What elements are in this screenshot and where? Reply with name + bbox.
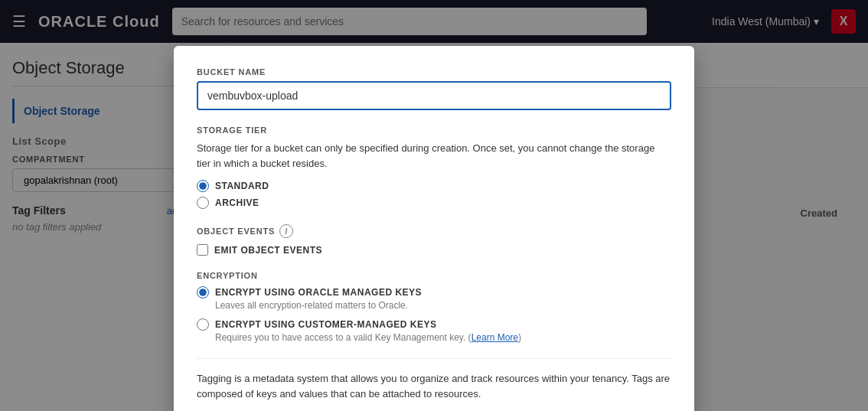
object-events-label: OBJECT EVENTS i [197, 224, 671, 238]
radio-standard-input[interactable] [197, 180, 209, 192]
radio-archive-input[interactable] [197, 197, 209, 209]
encryption-label: ENCRYPTION [197, 271, 671, 280]
emit-events-checkbox[interactable] [197, 244, 208, 256]
encrypt-oracle-option: ENCRYPT USING ORACLE MANAGED KEYS Leaves… [197, 286, 671, 311]
emit-events-checkbox-item[interactable]: EMIT OBJECT EVENTS [197, 244, 671, 256]
storage-tier-radios: STANDARD ARCHIVE [197, 180, 671, 209]
encrypt-oracle-desc: Leaves all encryption-related matters to… [215, 300, 671, 311]
emit-events-label: EMIT OBJECT EVENTS [214, 245, 322, 256]
encryption-options: ENCRYPT USING ORACLE MANAGED KEYS Leaves… [197, 286, 671, 343]
encrypt-customer-desc: Requires you to have access to a valid K… [215, 332, 671, 343]
encrypt-oracle-radio[interactable] [197, 286, 209, 298]
bucket-name-group: BUCKET NAME [197, 67, 671, 110]
encryption-group: ENCRYPTION ENCRYPT USING ORACLE MANAGED … [197, 271, 671, 343]
encrypt-oracle-title: ENCRYPT USING ORACLE MANAGED KEYS [215, 287, 422, 298]
encrypt-customer-option: ENCRYPT USING CUSTOMER-MANAGED KEYS Requ… [197, 318, 671, 343]
emit-events-group: EMIT OBJECT EVENTS [197, 244, 671, 256]
radio-archive-label: ARCHIVE [215, 197, 259, 208]
storage-tier-info: Storage tier for a bucket can only be sp… [197, 141, 671, 171]
storage-tier-label: STORAGE TIER [197, 126, 671, 135]
object-events-info-icon: i [279, 224, 293, 238]
storage-tier-group: STORAGE TIER Storage tier for a bucket c… [197, 126, 671, 209]
tagging-description: Tagging is a metadata system that allows… [197, 371, 671, 401]
radio-standard-label: STANDARD [215, 181, 269, 191]
object-events-group: OBJECT EVENTS i EMIT OBJECT EVENTS [197, 224, 671, 256]
bucket-name-label: BUCKET NAME [197, 67, 671, 77]
radio-standard[interactable]: STANDARD [197, 180, 671, 192]
radio-archive[interactable]: ARCHIVE [197, 197, 671, 209]
encrypt-customer-radio[interactable] [197, 318, 209, 331]
modal-overlay: BUCKET NAME STORAGE TIER Storage tier fo… [0, 0, 868, 411]
encrypt-customer-title: ENCRYPT USING CUSTOMER-MANAGED KEYS [215, 319, 437, 330]
bucket-name-input[interactable] [197, 81, 671, 110]
learn-more-link[interactable]: Learn More [472, 332, 518, 343]
create-bucket-modal: BUCKET NAME STORAGE TIER Storage tier fo… [174, 46, 694, 411]
tagging-separator [197, 358, 671, 359]
